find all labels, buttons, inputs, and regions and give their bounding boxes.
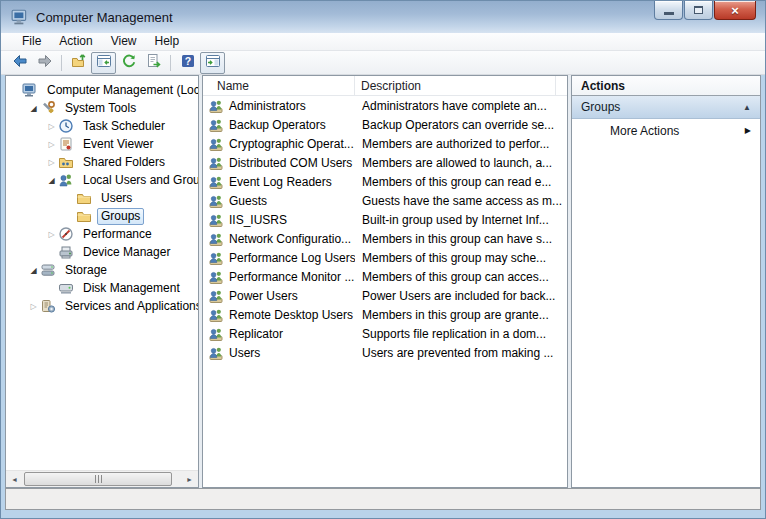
- more-actions-item[interactable]: More Actions ▶: [572, 119, 760, 142]
- group-name: Distributed COM Users: [229, 156, 352, 170]
- group-name-cell: Performance Log Users: [203, 250, 355, 266]
- group-row-performance-log-users[interactable]: Performance Log UsersMembers of this gro…: [203, 248, 567, 267]
- group-row-backup-operators[interactable]: Backup OperatorsBackup Operators can ove…: [203, 115, 567, 134]
- task-scheduler-icon: [58, 118, 74, 134]
- tree-item-disk-management[interactable]: Disk Management: [6, 279, 198, 297]
- tree-item-users[interactable]: Users: [6, 189, 198, 207]
- users-groups-icon: [58, 172, 74, 188]
- group-row-administrators[interactable]: AdministratorsAdministrators have comple…: [203, 96, 567, 115]
- expander-collapsed-icon[interactable]: ▷: [45, 230, 58, 239]
- back-button[interactable]: [7, 52, 32, 74]
- titlebar[interactable]: Computer Management ×: [1, 1, 765, 33]
- tree-item-task-scheduler[interactable]: ▷Task Scheduler: [6, 117, 198, 135]
- collapse-section-icon[interactable]: ▲: [743, 103, 751, 112]
- group-description: Supports file replication in a dom...: [355, 327, 567, 341]
- tree-item-shared-folders[interactable]: ▷Shared Folders: [6, 153, 198, 171]
- more-actions-label: More Actions: [610, 124, 679, 138]
- tree-item-local-users-and-groups[interactable]: ◢Local Users and Groups: [6, 171, 198, 189]
- group-description: Users are prevented from making ...: [355, 346, 567, 360]
- tree-item-event-viewer[interactable]: ▷Event Viewer: [6, 135, 198, 153]
- menu-action[interactable]: Action: [50, 33, 101, 50]
- device-manager-icon: [58, 244, 74, 260]
- group-name: Performance Monitor ...: [229, 270, 354, 284]
- tree-item-device-manager[interactable]: Device Manager: [6, 243, 198, 261]
- expander-collapsed-icon[interactable]: ▷: [45, 140, 58, 149]
- tree-item-storage[interactable]: ◢Storage: [6, 261, 198, 279]
- group-row-network-configuratio[interactable]: Network Configuratio...Members in this g…: [203, 229, 567, 248]
- tree-item-groups[interactable]: Groups: [6, 207, 198, 225]
- group-description: Members in this group are grante...: [355, 308, 567, 322]
- group-row-event-log-readers[interactable]: Event Log ReadersMembers of this group c…: [203, 172, 567, 191]
- column-header-blank: [556, 76, 567, 95]
- disk-management-icon: [58, 280, 74, 296]
- actions-section-label: Groups: [581, 100, 620, 114]
- group-row-iis-iusrs[interactable]: IIS_IUSRSBuilt-in group used by Internet…: [203, 210, 567, 229]
- group-name: Network Configuratio...: [229, 232, 351, 246]
- column-header-name[interactable]: Name: [203, 76, 355, 95]
- performance-icon: [58, 226, 74, 242]
- tree-item-computer-management-local[interactable]: Computer Management (Local: [6, 81, 198, 99]
- export-list-button[interactable]: [141, 52, 166, 74]
- console-tree-pane: Computer Management (Local◢System Tools▷…: [5, 75, 199, 488]
- help-button[interactable]: ?: [175, 52, 200, 74]
- services-apps-icon: [40, 298, 56, 314]
- group-name: Remote Desktop Users: [229, 308, 353, 322]
- show-console-tree-button[interactable]: [91, 52, 116, 74]
- event-viewer-icon: [58, 136, 74, 152]
- column-header-description[interactable]: Description: [355, 76, 556, 95]
- group-icon: [208, 212, 224, 228]
- scroll-left-button[interactable]: ◄: [6, 471, 23, 487]
- group-row-power-users[interactable]: Power UsersPower Users are included for …: [203, 286, 567, 305]
- menu-view[interactable]: View: [102, 33, 146, 50]
- refresh-button[interactable]: [116, 52, 141, 74]
- tree-item-label: Groups: [97, 208, 144, 225]
- up-level-button[interactable]: [66, 52, 91, 74]
- group-name-cell: Performance Monitor ...: [203, 269, 355, 285]
- group-description: Members of this group can read e...: [355, 175, 567, 189]
- actions-pane-title: Actions: [572, 76, 760, 96]
- expander-collapsed-icon[interactable]: ▷: [27, 302, 40, 311]
- group-row-performance-monitor[interactable]: Performance Monitor ...Members of this g…: [203, 267, 567, 286]
- tree-item-performance[interactable]: ▷Performance: [6, 225, 198, 243]
- menu-file[interactable]: File: [13, 33, 50, 50]
- folder-up-icon: [71, 53, 87, 73]
- groups-list-pane: Name Description AdministratorsAdministr…: [202, 75, 568, 488]
- tree-item-services-and-applications[interactable]: ▷Services and Applications: [6, 297, 198, 315]
- expander-expanded-icon[interactable]: ◢: [45, 176, 58, 185]
- group-description: Members of this group may sche...: [355, 251, 567, 265]
- group-name-cell: Power Users: [203, 288, 355, 304]
- group-icon: [208, 288, 224, 304]
- group-row-cryptographic-operat[interactable]: Cryptographic Operat...Members are autho…: [203, 134, 567, 153]
- forward-button[interactable]: [32, 52, 57, 74]
- tree-item-system-tools[interactable]: ◢System Tools: [6, 99, 198, 117]
- group-name-cell: Remote Desktop Users: [203, 307, 355, 323]
- group-row-distributed-com-users[interactable]: Distributed COM UsersMembers are allowed…: [203, 153, 567, 172]
- shared-folders-icon: [58, 154, 74, 170]
- actions-section-groups[interactable]: Groups ▲: [572, 96, 760, 119]
- help-icon: ?: [180, 53, 196, 73]
- expander-collapsed-icon[interactable]: ▷: [45, 158, 58, 167]
- expander-expanded-icon[interactable]: ◢: [27, 104, 40, 113]
- group-row-users[interactable]: UsersUsers are prevented from making ...: [203, 343, 567, 362]
- expander-expanded-icon[interactable]: ◢: [27, 266, 40, 275]
- tree-item-label: Services and Applications: [61, 298, 198, 315]
- group-row-guests[interactable]: GuestsGuests have the same access as m..…: [203, 191, 567, 210]
- submenu-arrow-icon: ▶: [745, 126, 751, 135]
- group-name-cell: Event Log Readers: [203, 174, 355, 190]
- menu-help[interactable]: Help: [146, 33, 189, 50]
- group-name-cell: Users: [203, 345, 355, 361]
- expander-collapsed-icon[interactable]: ▷: [45, 122, 58, 131]
- scroll-right-button[interactable]: ►: [181, 471, 198, 487]
- maximize-button[interactable]: [684, 1, 713, 20]
- group-row-remote-desktop-users[interactable]: Remote Desktop UsersMembers in this grou…: [203, 305, 567, 324]
- tree-item-label: Performance: [79, 226, 156, 243]
- show-action-pane-button[interactable]: [200, 52, 225, 74]
- maximize-icon: [694, 6, 703, 14]
- toolbar-separator: [61, 55, 62, 71]
- tree-horizontal-scrollbar[interactable]: ◄ ►: [6, 470, 198, 487]
- close-button[interactable]: ×: [714, 1, 756, 20]
- minimize-button[interactable]: [654, 1, 683, 20]
- group-row-replicator[interactable]: ReplicatorSupports file replication in a…: [203, 324, 567, 343]
- scrollbar-thumb[interactable]: [24, 472, 172, 486]
- system-tools-icon: [40, 100, 56, 116]
